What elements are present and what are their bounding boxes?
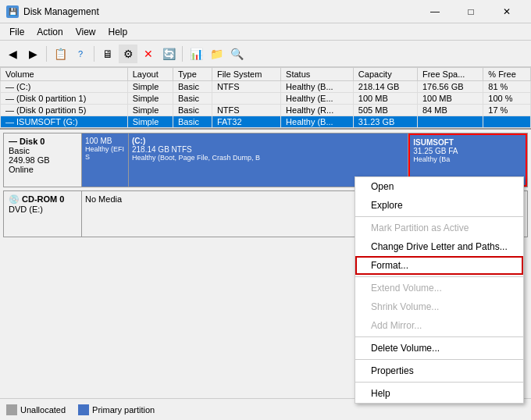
table-row[interactable]: — ISUMSOFT (G:) Simple Basic FAT32 Healt… — [1, 116, 531, 128]
toolbar-btn-4[interactable]: ? — [71, 44, 90, 63]
col-layout[interactable]: Layout — [127, 68, 173, 81]
ctx-help[interactable]: Help — [355, 384, 523, 403]
legend-primary-box — [78, 404, 89, 415]
legend-unalloc: Unallocated — [6, 404, 66, 415]
ctx-mark-active: Mark Partition as Active — [355, 219, 523, 237]
separator-3 — [182, 46, 183, 62]
cdrom-icon: 💿 CD-ROM 0 — [9, 194, 77, 205]
forward-button[interactable]: ▶ — [23, 44, 42, 63]
minimize-button[interactable]: — — [417, 0, 453, 23]
cell-fs: FAT32 — [212, 116, 280, 128]
cell-freespace: 176.56 GB — [417, 81, 483, 93]
cell-status: Healthy (B... — [281, 81, 354, 93]
disk-0-status: Online — [9, 165, 77, 174]
cdrom-drive: DVD (E:) — [9, 205, 77, 214]
cell-capacity: 505 MB — [353, 105, 417, 116]
toolbar-btn-6[interactable]: ⚙ — [119, 44, 137, 63]
cell-volume: — (Disk 0 partition 1) — [1, 93, 128, 105]
toolbar-btn-9[interactable]: 📊 — [187, 44, 205, 63]
menu-view[interactable]: View — [69, 25, 102, 39]
cell-capacity: 218.14 GB — [353, 81, 417, 93]
cell-layout: Simple — [127, 116, 173, 128]
legend-primary: Primary partition — [78, 404, 155, 415]
cell-pctfree: 17 % — [483, 105, 531, 116]
ctx-delete[interactable]: Delete Volume... — [355, 339, 523, 358]
cell-fs: NTFS — [212, 81, 280, 93]
cell-layout: Simple — [127, 81, 173, 93]
partition-efi[interactable]: 100 MB Healthy (EFI S — [82, 133, 129, 187]
col-status[interactable]: Status — [281, 68, 354, 81]
ctx-sep-3 — [355, 336, 523, 337]
context-menu: Open Explore Mark Partition as Active Ch… — [355, 176, 524, 404]
back-button[interactable]: ◀ — [3, 44, 22, 63]
cell-layout: Simple — [127, 105, 173, 116]
separator-1 — [46, 46, 47, 62]
part-name-c: (C:) — [132, 137, 404, 145]
part-size: 100 MB — [85, 137, 125, 145]
menu-action[interactable]: Action — [30, 25, 69, 39]
ctx-format[interactable]: Format... — [355, 256, 523, 275]
menu-bar: File Action View Help — [0, 23, 531, 41]
cell-type: Basic — [173, 116, 212, 128]
part-label-g: Healthy (Ba — [413, 155, 522, 163]
legend-unalloc-box — [6, 404, 17, 415]
cell-type: Basic — [173, 93, 212, 105]
cell-type: Basic — [173, 105, 212, 116]
toolbar-btn-11[interactable]: 🔍 — [227, 44, 246, 63]
cell-volume: — (Disk 0 partition 5) — [1, 105, 128, 116]
toolbar-btn-refresh[interactable]: 🔄 — [159, 44, 178, 63]
ctx-properties[interactable]: Properties — [355, 361, 523, 380]
cell-fs — [212, 93, 280, 105]
col-pctfree[interactable]: % Free — [483, 68, 531, 81]
ctx-open[interactable]: Open — [355, 177, 523, 196]
disk-table: Volume Layout Type File System Status Ca… — [0, 67, 531, 130]
part-name-g: ISUMSOFT — [413, 138, 522, 147]
toolbar-btn-5[interactable]: 🖥 — [98, 44, 117, 63]
col-capacity[interactable]: Capacity — [353, 68, 417, 81]
legend-unalloc-label: Unallocated — [20, 405, 66, 415]
cell-pctfree: 81 % — [483, 81, 531, 93]
ctx-extend: Extend Volume... — [355, 279, 523, 297]
part-size-c: 218.14 GB NTFS — [132, 145, 404, 154]
col-volume[interactable]: Volume — [1, 68, 128, 81]
disk-0-label: — Disk 0 Basic 249.98 GB Online — [4, 133, 82, 187]
cell-freespace — [417, 116, 483, 128]
maximize-button[interactable]: □ — [453, 0, 489, 23]
ctx-sep-1 — [355, 216, 523, 217]
cell-type: Basic — [173, 81, 212, 93]
cell-capacity: 100 MB — [353, 93, 417, 105]
cell-status: Healthy (R... — [281, 105, 354, 116]
volume-table: Volume Layout Type File System Status Ca… — [0, 67, 531, 128]
ctx-sep-4 — [355, 359, 523, 360]
ctx-change-drive[interactable]: Change Drive Letter and Paths... — [355, 237, 523, 256]
close-button[interactable]: ✕ — [489, 0, 525, 23]
toolbar: ◀ ▶ 📋 ? 🖥 ⚙ ✕ 🔄 📊 📁 🔍 — [0, 41, 531, 67]
toolbar-btn-10[interactable]: 📁 — [207, 44, 226, 63]
col-type[interactable]: Type — [173, 68, 212, 81]
table-row[interactable]: — (Disk 0 partition 5) Simple Basic NTFS… — [1, 105, 531, 116]
cell-pctfree: 100 % — [483, 93, 531, 105]
menu-file[interactable]: File — [3, 25, 30, 39]
title-bar: 💾 Disk Management — □ ✕ — [0, 0, 531, 23]
disk-0-name: — Disk 0 — [9, 137, 77, 146]
part-size-g: 31.25 GB FA — [413, 147, 522, 155]
ctx-explore[interactable]: Explore — [355, 196, 523, 215]
window-title: Disk Management — [23, 6, 99, 17]
ctx-sep-5 — [355, 382, 523, 383]
table-row[interactable]: — (C:) Simple Basic NTFS Healthy (B... 2… — [1, 81, 531, 93]
part-label-c: Healthy (Boot, Page File, Crash Dump, B — [132, 154, 404, 162]
cell-layout: Simple — [127, 93, 173, 105]
table-row[interactable]: — (Disk 0 partition 1) Simple Basic Heal… — [1, 93, 531, 105]
cell-status: Healthy (E... — [281, 93, 354, 105]
main-content: Volume Layout Type File System Status Ca… — [0, 67, 531, 420]
cell-status: Healthy (B... — [281, 116, 354, 128]
part-label: Healthy (EFI S — [85, 145, 125, 161]
toolbar-btn-delete[interactable]: ✕ — [139, 44, 158, 63]
cdrom-label: 💿 CD-ROM 0 DVD (E:) — [4, 191, 82, 237]
toolbar-btn-3[interactable]: 📋 — [51, 44, 69, 63]
disk-0-size: 249.98 GB — [9, 155, 77, 165]
col-freespace[interactable]: Free Spa... — [417, 68, 483, 81]
title-bar-left: 💾 Disk Management — [6, 5, 99, 18]
col-filesystem[interactable]: File System — [212, 68, 280, 81]
menu-help[interactable]: Help — [102, 25, 134, 39]
